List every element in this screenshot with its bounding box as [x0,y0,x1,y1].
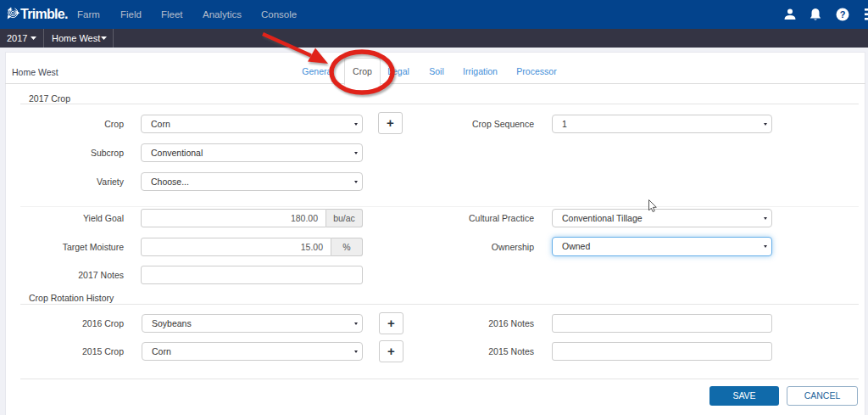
svg-text:?: ? [840,9,846,20]
